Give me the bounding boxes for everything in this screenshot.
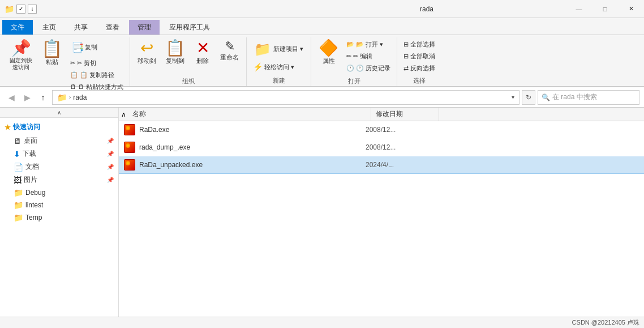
rada-unpacked-date: 2024/4/... (366, 161, 394, 169)
sidebar-item-desktop[interactable]: 🖥 桌面 📌 (0, 134, 118, 147)
maximize-button[interactable]: □ (592, 0, 618, 18)
copy-button[interactable]: 📑 复制 (67, 39, 126, 57)
desktop-label: 桌面 (24, 136, 105, 146)
sidebar-scroll-up[interactable]: ∧ (0, 108, 118, 118)
properties-label: 属性 (323, 57, 335, 65)
move-label: 移动到 (138, 57, 156, 65)
documents-pin-icon: 📌 (107, 164, 114, 170)
forward-button[interactable]: ▶ (20, 91, 34, 104)
edit-button[interactable]: ✏ ✏ 编辑 (344, 50, 393, 62)
quick-access-btn-1[interactable]: ✓ (16, 5, 25, 14)
open-icon: 📂 (346, 41, 354, 48)
col-header-name[interactable]: 名称 (128, 108, 371, 121)
rada-unpacked-name: RaDa_unpacked.exe (139, 161, 366, 169)
pin-icon: 📌 (11, 40, 31, 56)
address-chevron: › (69, 94, 71, 100)
paste-button[interactable]: 📋 粘贴 (37, 39, 66, 77)
sort-button[interactable]: ∧ (119, 109, 128, 120)
back-button[interactable]: ◀ (5, 91, 18, 104)
pin-to-quick-access-button[interactable]: 📌 固定到快 速访问 (6, 39, 36, 77)
ribbon-group-select: ⊞ 全部选择 ⊟ 全部取消 ⇄ 反向选择 选择 (397, 37, 441, 86)
pictures-icon: 🖼 (14, 176, 22, 185)
history-button[interactable]: 🕐 🕐 历史记录 (344, 62, 393, 74)
easy-access-button[interactable]: ⚡ 轻松访问 ▾ (250, 61, 297, 73)
rada-exe-date: 2008/12... (366, 126, 396, 134)
properties-button[interactable]: 🔶 属性 (315, 39, 342, 77)
title-bar-controls: — □ ✕ (566, 0, 644, 18)
select-items: ⊞ 全部选择 ⊟ 全部取消 ⇄ 反向选择 (401, 37, 438, 76)
cut-label: ✂ 剪切 (77, 59, 96, 67)
title-bar: 📁 ✓ ↓ rada — □ ✕ (0, 0, 644, 18)
tab-home[interactable]: 主页 (34, 20, 65, 35)
edit-label: ✏ 编辑 (353, 52, 372, 61)
sidebar-item-temp[interactable]: 📁 Temp (0, 211, 118, 224)
select-none-button[interactable]: ⊟ 全部取消 (401, 50, 438, 62)
properties-icon: 🔶 (319, 40, 338, 56)
invert-select-label: 反向选择 (410, 64, 435, 73)
file-list-header: ∧ 名称 修改日期 (119, 108, 644, 121)
sidebar-item-pictures[interactable]: 🖼 图片 📌 (0, 173, 118, 186)
organize-items: ↩ 移动到 📋 复制到 ✕ 删除 ✎ 重命名 (134, 37, 243, 77)
rada-dump-date: 2008/12... (366, 143, 396, 151)
organize-group-label: 组织 (182, 77, 195, 87)
invert-select-button[interactable]: ⇄ 反向选择 (401, 62, 438, 74)
ribbon-group-open: 🔶 属性 📂 📂 打开 ▾ ✏ ✏ 编辑 🕐 🕐 历史记录 打开 (311, 37, 397, 86)
tab-manage[interactable]: 管理 (129, 20, 160, 35)
paste-icon: 📋 (41, 40, 62, 57)
history-label: 🕐 历史记录 (356, 64, 390, 73)
window-title: rada (287, 5, 566, 13)
select-all-button[interactable]: ⊞ 全部选择 (401, 39, 438, 50)
tab-view[interactable]: 查看 (97, 20, 128, 35)
sidebar-quick-access-header[interactable]: ★ 快速访问 (0, 120, 118, 134)
up-button[interactable]: ↑ (36, 91, 50, 104)
ribbon-group-clipboard: 📌 固定到快 速访问 📋 粘贴 📑 复制 ✂ ✂ 剪切 (2, 37, 130, 86)
copy-path-button[interactable]: 📋 📋 复制路径 (67, 69, 126, 80)
address-folder-icon: 📁 (57, 93, 67, 102)
documents-icon: 📄 (14, 163, 23, 172)
search-box[interactable]: 🔍 在 rada 中搜索 (538, 90, 639, 105)
close-button[interactable]: ✕ (618, 0, 644, 18)
copy-icon: 📑 (71, 42, 84, 53)
clipboard-items: 📌 固定到快 速访问 📋 粘贴 📑 复制 ✂ ✂ 剪切 (6, 37, 126, 92)
open-button[interactable]: 📂 📂 打开 ▾ (344, 39, 393, 50)
delete-icon: ✕ (196, 40, 209, 56)
select-none-label: 全部取消 (410, 52, 435, 61)
quick-access-label: 快速访问 (13, 122, 40, 132)
pictures-label: 图片 (24, 175, 105, 185)
search-placeholder: 在 rada 中搜索 (552, 92, 597, 102)
exe-icon-graphic-2 (124, 142, 135, 153)
sidebar-item-debug[interactable]: 📁 Debug (0, 186, 118, 199)
minimize-button[interactable]: — (566, 0, 592, 18)
col-header-date[interactable]: 修改日期 (371, 108, 439, 121)
new-folder-button[interactable]: 📁 新建项目 ▾ (250, 39, 307, 60)
easy-access-icon: ⚡ (253, 62, 263, 71)
sidebar-item-documents[interactable]: 📄 文档 📌 (0, 160, 118, 173)
scissors-icon: ✂ (70, 59, 75, 67)
address-bar[interactable]: 📁 › rada ▾ (52, 90, 520, 105)
tab-share[interactable]: 共享 (66, 20, 96, 35)
copy-to-button[interactable]: 📋 复制到 (161, 39, 189, 77)
sidebar: ∧ ★ 快速访问 🖥 桌面 📌 ⬇ 下载 📌 📄 文档 📌 🖼 图片 📌 (0, 108, 119, 317)
file-row-rada-dump[interactable]: rada_dump_.exe 2008/12... (119, 139, 644, 156)
copy-to-icon: 📋 (165, 40, 185, 56)
rename-button[interactable]: ✎ 重命名 (216, 39, 243, 77)
sidebar-item-downloads[interactable]: ⬇ 下载 📌 (0, 147, 118, 160)
select-all-label: 全部选择 (410, 40, 435, 49)
pin-label: 固定到快 速访问 (10, 57, 32, 71)
tab-app-tools[interactable]: 应用程序工具 (161, 20, 218, 35)
file-row-rada-unpacked[interactable]: RaDa_unpacked.exe 2024/4/... (119, 156, 644, 174)
pictures-pin-icon: 📌 (107, 177, 114, 183)
move-to-button[interactable]: ↩ 移动到 (134, 39, 160, 77)
sidebar-item-lintest[interactable]: 📁 lintest (0, 199, 118, 211)
tab-file[interactable]: 文件 (2, 20, 33, 35)
file-row-rada-exe[interactable]: RaDa.exe 2008/12... (119, 121, 644, 139)
quick-access-btn-2[interactable]: ↓ (28, 5, 37, 14)
cut-button[interactable]: ✂ ✂ 剪切 (67, 57, 126, 69)
downloads-icon: ⬇ (14, 150, 20, 159)
delete-button[interactable]: ✕ 删除 (190, 39, 215, 77)
lintest-icon: 📁 (14, 201, 23, 210)
address-dropdown-icon[interactable]: ▾ (512, 94, 514, 100)
move-icon: ↩ (140, 40, 153, 56)
new-items: 📁 新建项目 ▾ ⚡ 轻松访问 ▾ (250, 37, 307, 76)
refresh-button[interactable]: ↻ (522, 90, 535, 105)
